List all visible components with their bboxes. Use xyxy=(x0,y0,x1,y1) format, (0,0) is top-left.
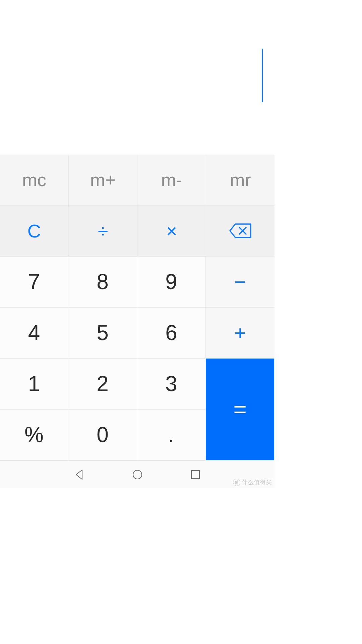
percent-button[interactable]: % xyxy=(0,410,68,461)
nav-back-icon[interactable] xyxy=(73,469,85,481)
plus-button[interactable]: + xyxy=(206,308,275,359)
multiply-button[interactable]: × xyxy=(137,206,206,257)
memory-row: mc m+ m- mr xyxy=(0,155,275,206)
minus-button[interactable]: − xyxy=(206,257,275,308)
digit-0-button[interactable]: 0 xyxy=(68,410,137,461)
nav-recent-icon[interactable] xyxy=(189,469,201,481)
digit-5-button[interactable]: 5 xyxy=(68,308,137,359)
digit-6-button[interactable]: 6 xyxy=(137,308,206,359)
clear-button[interactable]: C xyxy=(0,206,69,257)
digit-2-button[interactable]: 2 xyxy=(68,359,137,410)
backspace-button[interactable] xyxy=(206,206,275,257)
digit-4-button[interactable]: 4 xyxy=(0,308,68,359)
equals-button[interactable]: = xyxy=(206,359,275,461)
bottom-rows: 1 2 3 % 0 . = xyxy=(0,359,275,461)
backspace-icon xyxy=(229,223,252,239)
memory-plus-button[interactable]: m+ xyxy=(69,155,137,206)
android-nav-bar: 值 什么值得买 xyxy=(0,461,275,488)
decimal-button[interactable]: . xyxy=(137,410,206,461)
memory-clear-button[interactable]: mc xyxy=(0,155,69,206)
watermark: 值 什么值得买 xyxy=(233,478,272,486)
digit-8-button[interactable]: 8 xyxy=(68,257,137,308)
nav-home-icon[interactable] xyxy=(131,469,143,481)
watermark-text: 什么值得买 xyxy=(242,478,272,486)
memory-minus-button[interactable]: m- xyxy=(137,155,206,206)
svg-rect-1 xyxy=(191,471,199,479)
digit-9-button[interactable]: 9 xyxy=(137,257,206,308)
digit-7-button[interactable]: 7 xyxy=(0,257,68,308)
bottom-left-stack: 1 2 3 % 0 . xyxy=(0,359,206,461)
input-cursor xyxy=(262,49,263,102)
operators-row: C ÷ × xyxy=(0,206,275,257)
num-row-456: 4 5 6 + xyxy=(0,308,275,359)
memory-recall-button[interactable]: mr xyxy=(206,155,275,206)
divide-button[interactable]: ÷ xyxy=(69,206,137,257)
svg-point-0 xyxy=(133,470,142,479)
digit-1-button[interactable]: 1 xyxy=(0,359,68,410)
keypad: mc m+ m- mr C ÷ × 7 8 9 − 4 5 6 xyxy=(0,155,275,461)
num-row-percent-0-dot: % 0 . xyxy=(0,410,206,461)
calculator-display[interactable] xyxy=(0,0,275,155)
digit-3-button[interactable]: 3 xyxy=(137,359,206,410)
num-row-789: 7 8 9 − xyxy=(0,257,275,308)
calculator-app: mc m+ m- mr C ÷ × 7 8 9 − 4 5 6 xyxy=(0,0,275,488)
num-row-123: 1 2 3 xyxy=(0,359,206,410)
watermark-badge: 值 xyxy=(233,479,240,486)
